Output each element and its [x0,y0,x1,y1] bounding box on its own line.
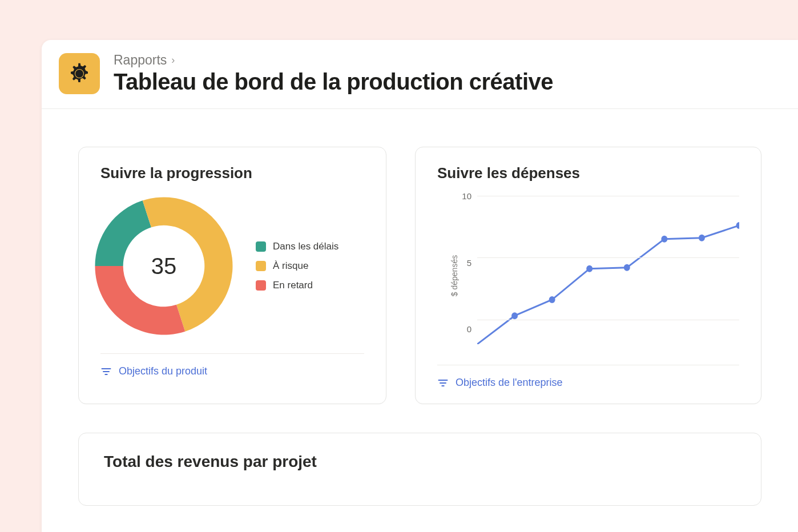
legend-item: À risque [256,260,338,272]
svg-point-4 [511,312,518,319]
filter-icon [100,366,112,377]
legend-swatch [256,241,266,252]
card-filter[interactable]: Objectifs du produit [100,353,364,377]
dashboard-content: Suivre la progression 35 Dans les délais… [42,109,798,506]
donut-chart: 35 [94,196,234,336]
svg-point-10 [736,222,739,229]
page-header: Rapports › Tableau de bord de la product… [42,40,798,109]
breadcrumb[interactable]: Rapports › [114,53,553,68]
gear-icon [59,53,100,94]
legend-swatch [256,280,266,291]
svg-point-7 [624,264,630,271]
legend-label: En retard [273,280,313,291]
card-spending: Suivre les dépenses $ dépensés 1050 Obje… [415,147,761,404]
y-axis-label: $ dépensés [450,255,459,296]
card-title: Suivre la progression [100,164,364,182]
page-title: Tableau de bord de la production créativ… [114,69,553,95]
svg-point-5 [549,296,555,303]
legend-item: Dans les délais [256,241,338,252]
card-title: Total des revenus par projet [104,453,736,471]
card-progress: Suivre la progression 35 Dans les délais… [78,147,386,404]
y-tick: 10 [462,191,471,201]
svg-point-9 [699,235,705,241]
svg-point-8 [661,236,667,243]
page-window: Rapports › Tableau de bord de la product… [42,40,798,532]
card-revenue: Total des revenus par projet [78,433,761,506]
svg-point-6 [586,265,593,272]
y-tick: 0 [467,324,471,334]
card-filter[interactable]: Objectifs de l'entreprise [437,365,739,389]
legend-item: En retard [256,280,338,291]
y-tick: 5 [467,257,471,267]
legend-label: Dans les délais [273,241,338,252]
filter-label: Objectifs du produit [119,365,207,377]
filter-icon [437,377,449,389]
breadcrumb-item[interactable]: Rapports [114,53,167,68]
donut-center-value: 35 [94,196,234,336]
legend-swatch [256,261,266,271]
card-title: Suivre les dépenses [437,164,739,182]
chevron-right-icon: › [171,54,175,66]
legend-label: À risque [273,260,308,272]
donut-legend: Dans les délaisÀ risqueEn retard [256,241,338,291]
line-chart: $ dépensés 1050 [437,196,739,356]
filter-label: Objectifs de l'entreprise [456,377,563,389]
